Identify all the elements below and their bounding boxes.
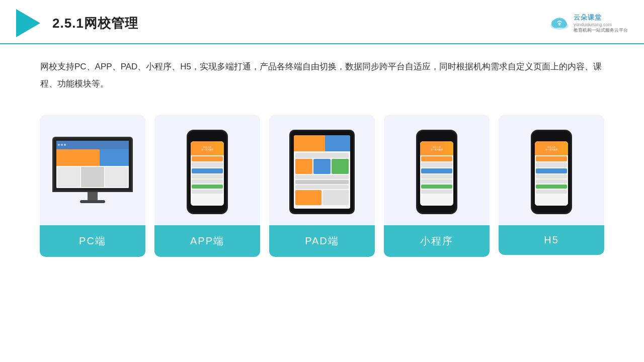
header-right: 云朵课堂 yunduoketang.com 教育机构一站式服务云平台 <box>548 13 628 34</box>
svg-point-7 <box>559 24 560 26</box>
header-left: 2.5.1网校管理 <box>16 9 138 37</box>
phone-mockup-miniapp: 职达人的第一堂兴趣课 <box>416 130 457 214</box>
phone-mockup-app: 职达人的第一堂兴趣课 <box>187 130 228 214</box>
brand-logo: 云朵课堂 yunduoketang.com 教育机构一站式服务云平台 <box>548 13 628 34</box>
brand-text: 云朵课堂 yunduoketang.com 教育机构一站式服务云平台 <box>574 13 628 34</box>
page-title: 2.5.1网校管理 <box>52 15 138 32</box>
cloud-icon <box>548 16 571 31</box>
card-miniapp: 职达人的第一堂兴趣课 小程序 <box>384 115 490 257</box>
card-app-label: APP端 <box>154 225 260 257</box>
card-h5-label: H5 <box>499 225 604 255</box>
svg-point-6 <box>559 21 567 28</box>
description-text: 网校支持PC、APP、PAD、小程序、H5，实现多端打通，产品各终端自由切换，数… <box>0 44 644 98</box>
cards-section: PC端 职达人的第一堂兴趣课 <box>0 103 644 257</box>
brand-name: 云朵课堂 <box>574 13 602 22</box>
card-pc: PC端 <box>40 115 145 257</box>
brand-url: yunduoketang.com <box>574 22 612 27</box>
tablet-mockup <box>289 130 355 214</box>
card-pc-image <box>40 115 145 225</box>
card-miniapp-label: 小程序 <box>384 225 490 257</box>
card-h5-image: 职达人的第一堂兴趣课 <box>499 115 604 225</box>
card-pc-label: PC端 <box>40 225 145 257</box>
card-miniapp-image: 职达人的第一堂兴趣课 <box>384 115 490 225</box>
card-app-image: 职达人的第一堂兴趣课 <box>154 115 260 225</box>
pc-mockup <box>50 137 135 207</box>
card-pad: PAD端 <box>269 115 375 257</box>
card-app: 职达人的第一堂兴趣课 APP端 <box>154 115 260 257</box>
header: 2.5.1网校管理 云朵课堂 yunduoketang.com 教育机构一站 <box>0 0 644 44</box>
card-h5: 职达人的第一堂兴趣课 H5 <box>499 115 604 255</box>
logo-icon <box>16 9 40 37</box>
card-pad-label: PAD端 <box>269 225 375 257</box>
card-pad-image <box>269 115 375 225</box>
phone-mockup-h5: 职达人的第一堂兴趣课 <box>531 130 572 214</box>
brand-slogan: 教育机构一站式服务云平台 <box>574 27 628 34</box>
